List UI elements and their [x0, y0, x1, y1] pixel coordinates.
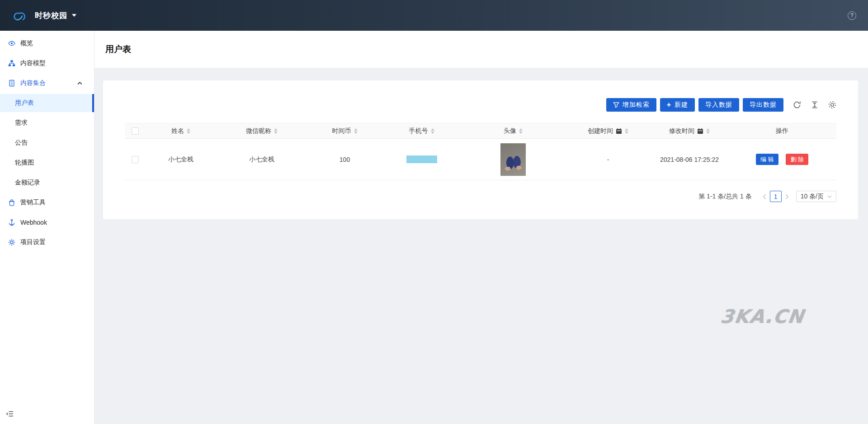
cell-actions: 编 辑 删 除: [728, 139, 836, 180]
column-header-actions: 操作: [728, 123, 836, 139]
funnel-icon: [613, 102, 619, 108]
sidebar-item-label: 公告: [15, 139, 28, 147]
table-toolbar: 增加检索 + 新建 导入数据 导出数据: [125, 98, 836, 112]
column-header-time-coin[interactable]: 时间币: [307, 123, 382, 139]
row-select-cell: [125, 139, 146, 180]
sidebar-item-label: 营销工具: [20, 198, 46, 207]
create-button[interactable]: + 新建: [660, 98, 695, 112]
next-page-icon[interactable]: [785, 194, 789, 199]
main-content: 用户表 增加检索 + 新建 导入数据 导出数据: [94, 31, 868, 424]
page-size-select[interactable]: 10 条/页: [796, 191, 836, 202]
topbar: 时秒校园 ?: [0, 0, 868, 31]
content-card: 增加检索 + 新建 导入数据 导出数据: [103, 80, 858, 219]
watermark: 3KA.CN: [719, 306, 806, 327]
row-height-icon[interactable]: [811, 101, 819, 109]
sidebar-item-carousel[interactable]: 轮播图: [0, 154, 94, 172]
header-select-all: [125, 123, 146, 139]
cloudbase-logo-icon: [12, 9, 28, 22]
column-header-nickname[interactable]: 微信昵称: [216, 123, 307, 139]
sidebar-item-project-settings[interactable]: 项目设置: [0, 233, 94, 251]
row-checkbox[interactable]: [132, 156, 139, 163]
avatar-image[interactable]: [500, 143, 526, 176]
sort-icon: [354, 128, 358, 134]
edit-button[interactable]: 编 辑: [756, 154, 778, 165]
sort-icon: [274, 128, 278, 134]
column-header-updated-at[interactable]: 修改时间: [651, 123, 728, 139]
sidebar-item-marketing-tools[interactable]: 营销工具: [0, 193, 94, 212]
plus-icon: +: [667, 101, 671, 108]
sort-icon: [187, 128, 190, 134]
project-title[interactable]: 时秒校园: [35, 10, 67, 21]
page-title: 用户表: [105, 43, 131, 55]
users-table: 姓名 微信昵称 时间币 手机号: [125, 123, 836, 180]
chevron-down-icon[interactable]: [72, 14, 76, 17]
sidebar-item-label: 轮播图: [15, 159, 34, 167]
menu-fold-icon[interactable]: [6, 410, 14, 418]
sidebar-item-announcement[interactable]: 公告: [0, 134, 94, 152]
pagination: 第 1-1 条/总共 1 条 1 10 条/页: [125, 191, 836, 202]
settings-icon[interactable]: [828, 101, 836, 109]
sidebar-item-amount-records[interactable]: 金额记录: [0, 174, 94, 192]
column-header-name[interactable]: 姓名: [146, 123, 216, 139]
cell-avatar: [461, 139, 565, 180]
phone-redacted-block: [406, 155, 437, 163]
chevron-up-icon[interactable]: [77, 82, 82, 85]
sidebar-item-label: 概览: [20, 39, 33, 47]
sitemap-icon: [8, 60, 15, 67]
sidebar-item-label: 用户表: [15, 99, 34, 107]
sort-icon: [519, 128, 523, 134]
sidebar-item-content-collection[interactable]: 内容集合: [0, 74, 94, 92]
table-header-row: 姓名 微信昵称 时间币 手机号: [125, 123, 836, 139]
column-header-created-at[interactable]: 创建时间: [565, 123, 651, 139]
collection-icon: [8, 80, 15, 87]
sidebar-item-label: 内容集合: [20, 79, 46, 87]
bag-icon: [8, 199, 15, 206]
pagination-summary: 第 1-1 条/总共 1 条: [698, 193, 751, 201]
column-header-phone[interactable]: 手机号: [382, 123, 461, 139]
sort-icon: [706, 128, 710, 134]
sidebar-item-label: 项目设置: [20, 238, 46, 246]
sidebar-item-demand[interactable]: 需求: [0, 114, 94, 132]
delete-button[interactable]: 删 除: [786, 154, 808, 165]
add-filter-button[interactable]: 增加检索: [606, 98, 656, 112]
refresh-icon[interactable]: [793, 101, 801, 109]
sidebar-item-label: Webhook: [20, 219, 47, 226]
help-icon[interactable]: ?: [848, 11, 856, 20]
page-header: 用户表: [94, 31, 868, 68]
calendar-icon: [616, 128, 622, 134]
import-data-button[interactable]: 导入数据: [698, 98, 739, 112]
column-header-avatar[interactable]: 头像: [461, 123, 565, 139]
chevron-down-icon: [827, 195, 832, 198]
table-row: 小七全栈 小七全栈 100 - 2021-08-06 17:25:22 编 辑 …: [125, 139, 836, 180]
sidebar-item-webhook[interactable]: Webhook: [0, 213, 94, 231]
cell-updated-at: 2021-08-06 17:25:22: [651, 139, 728, 180]
sort-icon: [625, 128, 628, 134]
cell-created-at: -: [565, 139, 651, 180]
current-page-button[interactable]: 1: [770, 191, 782, 202]
sidebar: 概览 内容模型 内容集合 用户表 需求 公告 轮播图 金额记录 营销工具: [0, 31, 94, 424]
select-all-checkbox[interactable]: [132, 127, 139, 135]
export-data-button[interactable]: 导出数据: [743, 98, 783, 112]
sidebar-item-label: 需求: [15, 119, 28, 127]
sidebar-item-content-model[interactable]: 内容模型: [0, 54, 94, 72]
gear-icon: [8, 239, 15, 246]
sidebar-item-users-table[interactable]: 用户表: [0, 94, 94, 112]
cell-name: 小七全栈: [146, 139, 216, 180]
cell-phone: [382, 139, 461, 180]
calendar-icon: [697, 128, 703, 134]
prev-page-icon[interactable]: [763, 194, 766, 199]
sidebar-item-label: 金额记录: [15, 179, 40, 187]
webhook-icon: [8, 219, 15, 226]
sort-icon: [431, 128, 434, 134]
sidebar-item-overview[interactable]: 概览: [0, 34, 94, 52]
eye-icon: [8, 40, 15, 47]
cell-time-coin: 100: [307, 139, 382, 180]
sidebar-item-label: 内容模型: [20, 59, 46, 67]
cell-nickname: 小七全栈: [216, 139, 307, 180]
